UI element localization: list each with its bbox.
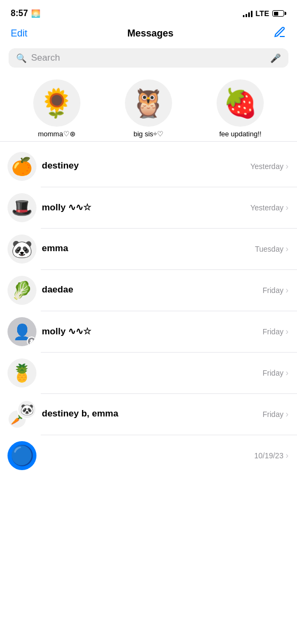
contact-name-fee: fee updating!! <box>219 130 262 138</box>
conversation-content-molly1: molly ∿∿☆ <box>36 202 250 214</box>
compose-button[interactable] <box>273 26 286 41</box>
avatar-last: 🔵 <box>8 441 36 470</box>
conversation-content-last <box>36 455 254 456</box>
nav-bar: Edit Messages <box>0 24 297 45</box>
contact-name: daedae <box>42 284 257 295</box>
conversation-emma[interactable]: 🐼 emma Tuesday › <box>0 229 297 269</box>
avatar-destiney: 🍊 <box>8 152 36 181</box>
message-time: 10/19/23 <box>254 451 284 460</box>
message-meta-daedae: Friday › <box>263 286 288 295</box>
message-time: Friday <box>263 327 284 336</box>
conversation-molly2[interactable]: 👤 molly ∿∿☆ Friday › <box>0 311 297 352</box>
contact-name: emma <box>42 243 249 254</box>
message-meta-destiney: Yesterday › <box>250 162 288 171</box>
message-time: Friday <box>263 369 284 377</box>
chevron-right-icon: › <box>286 368 288 378</box>
edit-button[interactable]: Edit <box>11 28 27 39</box>
avatar-molly2: 👤 <box>8 317 36 346</box>
contact-name-big-sis: big sis÷♡ <box>133 130 164 138</box>
message-time: Friday <box>263 410 284 419</box>
avatar-daedae: 🥬 <box>8 276 36 305</box>
message-list: 🍊 destiney Yesterday › 🎩 molly ∿∿☆ Yeste… <box>0 146 297 476</box>
conversation-last[interactable]: 🔵 10/19/23 › <box>0 435 297 476</box>
chevron-right-icon: › <box>286 327 288 336</box>
message-meta-last: 10/19/23 › <box>254 451 288 460</box>
avatar-group-destiney-emma: 🥕 🐼 <box>8 400 36 429</box>
search-input[interactable]: Search <box>31 53 266 63</box>
pinned-contact-fee[interactable]: 🍓 fee updating!! <box>208 79 272 138</box>
message-meta-emma: Tuesday › <box>255 244 288 254</box>
chevron-right-icon: › <box>286 244 288 254</box>
avatar-big-sis: 🦉 <box>125 79 172 127</box>
conversation-content-emma: emma <box>36 243 255 255</box>
contact-badge <box>27 336 36 346</box>
section-divider <box>0 141 297 142</box>
contact-name: destiney b, emma <box>42 408 257 419</box>
microphone-icon[interactable]: 🎤 <box>270 53 281 63</box>
status-time: 8:57 🌅 <box>11 9 40 18</box>
pinned-contact-big-sis[interactable]: 🦉 big sis÷♡ <box>116 79 181 138</box>
avatar-unknown: 🍍 <box>8 358 36 387</box>
contact-name: molly ∿∿☆ <box>42 326 257 337</box>
contact-name: molly ∿∿☆ <box>42 202 245 213</box>
conversation-content-daedae: daedae <box>36 284 263 296</box>
pinned-contact-momma[interactable]: 🌻 momma♡⊛ <box>25 79 89 138</box>
message-time: Yesterday <box>250 162 284 171</box>
conversation-destiney[interactable]: 🍊 destiney Yesterday › <box>0 146 297 187</box>
search-bar[interactable]: 🔍 Search 🎤 <box>9 48 288 68</box>
signal-icon <box>243 10 253 17</box>
chevron-right-icon: › <box>286 162 288 171</box>
message-time: Yesterday <box>250 203 284 212</box>
conversation-unknown[interactable]: 🍍 Friday › <box>0 353 297 393</box>
message-meta-molly2: Friday › <box>263 327 288 336</box>
battery-icon <box>272 10 286 17</box>
status-right: LTE <box>243 9 286 18</box>
alarm-icon: 🌅 <box>31 9 40 18</box>
page-title: Messages <box>127 28 173 39</box>
compose-icon <box>273 26 286 39</box>
status-bar: 8:57 🌅 LTE <box>0 0 297 24</box>
chevron-right-icon: › <box>286 451 288 460</box>
chevron-right-icon: › <box>286 203 288 213</box>
avatar-fee: 🍓 <box>217 79 264 127</box>
conversation-molly1[interactable]: 🎩 molly ∿∿☆ Yesterday › <box>0 187 297 228</box>
contact-name: destiney <box>42 160 245 171</box>
message-meta-unknown: Friday › <box>263 368 288 378</box>
avatar-emma: 🐼 <box>8 235 36 264</box>
message-meta-molly1: Yesterday › <box>250 203 288 213</box>
search-icon: 🔍 <box>16 53 27 63</box>
avatar-molly1: 🎩 <box>8 193 36 222</box>
message-time: Tuesday <box>255 245 283 253</box>
conversation-content-destiney: destiney <box>36 160 250 172</box>
time-display: 8:57 <box>11 9 28 18</box>
conversation-destiney-group[interactable]: 🥕 🐼 destiney b, emma Friday › <box>0 394 297 435</box>
chevron-right-icon: › <box>286 286 288 295</box>
conversation-content-group: destiney b, emma <box>36 408 263 420</box>
message-time: Friday <box>263 286 284 295</box>
pinned-contacts: 🌻 momma♡⊛ 🦉 big sis÷♡ 🍓 fee updating!! <box>0 74 297 141</box>
conversation-daedae[interactable]: 🥬 daedae Friday › <box>0 270 297 311</box>
conversation-content-molly2: molly ∿∿☆ <box>36 326 263 338</box>
avatar-momma: 🌻 <box>33 79 80 127</box>
chevron-right-icon: › <box>286 409 288 419</box>
conversation-content-unknown <box>36 372 263 374</box>
contact-name-momma: momma♡⊛ <box>38 130 76 138</box>
network-type: LTE <box>256 9 269 18</box>
message-meta-group: Friday › <box>263 409 288 419</box>
